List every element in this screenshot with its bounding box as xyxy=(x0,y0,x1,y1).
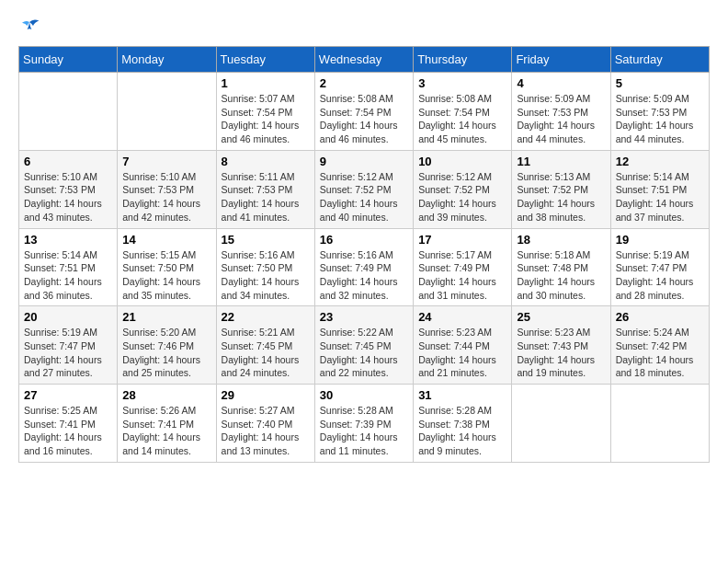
day-number: 28 xyxy=(122,388,210,402)
day-number: 23 xyxy=(320,310,408,324)
calendar-cell: 17Sunrise: 5:17 AMSunset: 7:49 PMDayligh… xyxy=(414,228,512,306)
day-info-text: Daylight: 14 hours and 46 minutes. xyxy=(222,119,310,145)
day-header-monday: Monday xyxy=(118,47,216,73)
calendar-cell: 1Sunrise: 5:07 AMSunset: 7:54 PMDaylight… xyxy=(216,73,314,151)
day-info-text: Sunrise: 5:22 AM xyxy=(320,326,408,339)
day-info-text: Sunrise: 5:10 AM xyxy=(24,170,112,184)
day-info-text: Daylight: 14 hours and 39 minutes. xyxy=(418,197,506,224)
calendar-cell: 16Sunrise: 5:16 AMSunset: 7:49 PMDayligh… xyxy=(314,228,413,306)
day-info-text: Daylight: 14 hours and 37 minutes. xyxy=(616,197,704,224)
day-info-text: Sunrise: 5:08 AM xyxy=(418,92,506,106)
calendar-cell: 26Sunrise: 5:24 AMSunset: 7:42 PMDayligh… xyxy=(610,306,709,385)
day-info-text: Sunset: 7:46 PM xyxy=(122,339,210,353)
calendar-week-1: 1Sunrise: 5:07 AMSunset: 7:54 PMDaylight… xyxy=(19,73,710,151)
calendar-cell: 29Sunrise: 5:27 AMSunset: 7:40 PMDayligh… xyxy=(216,385,314,463)
calendar-cell: 2Sunrise: 5:08 AMSunset: 7:54 PMDaylight… xyxy=(314,73,413,151)
day-info-text: Daylight: 14 hours and 40 minutes. xyxy=(320,197,408,224)
day-info-text: Sunset: 7:49 PM xyxy=(320,261,408,275)
day-number: 2 xyxy=(320,76,408,90)
day-number: 20 xyxy=(24,310,112,324)
day-number: 29 xyxy=(222,388,310,402)
day-info-text: Daylight: 14 hours and 38 minutes. xyxy=(517,197,605,224)
day-info-text: Daylight: 14 hours and 9 minutes. xyxy=(418,431,506,457)
day-info-text: Sunset: 7:44 PM xyxy=(418,339,506,353)
calendar-table: SundayMondayTuesdayWednesdayThursdayFrid… xyxy=(18,46,710,463)
day-info-text: Sunrise: 5:19 AM xyxy=(24,326,112,339)
calendar-cell: 24Sunrise: 5:23 AMSunset: 7:44 PMDayligh… xyxy=(414,306,512,385)
day-info-text: Sunrise: 5:11 AM xyxy=(222,170,310,184)
day-info-text: Sunset: 7:54 PM xyxy=(222,106,310,120)
day-number: 27 xyxy=(24,388,112,402)
day-number: 12 xyxy=(616,155,704,168)
day-info-text: Sunset: 7:47 PM xyxy=(24,339,112,353)
calendar-cell: 21Sunrise: 5:20 AMSunset: 7:46 PMDayligh… xyxy=(118,306,216,385)
day-info-text: Sunset: 7:50 PM xyxy=(222,261,310,275)
calendar-week-5: 27Sunrise: 5:25 AMSunset: 7:41 PMDayligh… xyxy=(19,385,710,463)
calendar-cell: 12Sunrise: 5:14 AMSunset: 7:51 PMDayligh… xyxy=(610,150,709,228)
day-info-text: Sunrise: 5:24 AM xyxy=(616,326,704,339)
day-info-text: Sunrise: 5:26 AM xyxy=(122,404,210,418)
day-info-text: Daylight: 14 hours and 28 minutes. xyxy=(616,275,704,302)
day-info-text: Daylight: 14 hours and 45 minutes. xyxy=(418,119,506,145)
calendar-cell xyxy=(610,385,709,463)
day-info-text: Sunrise: 5:18 AM xyxy=(517,248,605,262)
day-number: 30 xyxy=(320,388,408,402)
day-info-text: Daylight: 14 hours and 42 minutes. xyxy=(122,197,210,224)
day-info-text: Daylight: 14 hours and 11 minutes. xyxy=(320,431,408,457)
day-info-text: Daylight: 14 hours and 43 minutes. xyxy=(24,197,112,224)
day-number: 26 xyxy=(616,310,704,324)
day-info-text: Sunset: 7:39 PM xyxy=(320,418,408,431)
day-number: 1 xyxy=(222,76,310,90)
day-header-wednesday: Wednesday xyxy=(314,47,413,73)
calendar-cell: 28Sunrise: 5:26 AMSunset: 7:41 PMDayligh… xyxy=(118,385,216,463)
day-header-saturday: Saturday xyxy=(610,47,709,73)
day-info-text: Sunset: 7:48 PM xyxy=(517,261,605,275)
calendar-cell: 11Sunrise: 5:13 AMSunset: 7:52 PMDayligh… xyxy=(512,150,610,228)
day-info-text: Sunset: 7:52 PM xyxy=(320,183,408,197)
day-number: 7 xyxy=(122,155,210,168)
day-info-text: Sunrise: 5:08 AM xyxy=(320,92,408,106)
day-info-text: Sunset: 7:41 PM xyxy=(24,418,112,431)
day-info-text: Sunrise: 5:13 AM xyxy=(517,170,605,184)
calendar-cell: 3Sunrise: 5:08 AMSunset: 7:54 PMDaylight… xyxy=(414,73,512,151)
day-number: 25 xyxy=(517,310,605,324)
day-info-text: Sunset: 7:53 PM xyxy=(24,183,112,197)
day-info-text: Sunrise: 5:23 AM xyxy=(418,326,506,339)
day-info-text: Daylight: 14 hours and 30 minutes. xyxy=(517,275,605,302)
day-info-text: Daylight: 14 hours and 44 minutes. xyxy=(517,119,605,145)
day-info-text: Sunrise: 5:12 AM xyxy=(418,170,506,184)
day-info-text: Sunrise: 5:20 AM xyxy=(122,326,210,339)
page-header xyxy=(18,18,710,37)
day-number: 13 xyxy=(24,233,112,247)
day-info-text: Sunset: 7:54 PM xyxy=(418,106,506,120)
day-info-text: Sunset: 7:43 PM xyxy=(517,339,605,353)
day-info-text: Sunset: 7:45 PM xyxy=(320,339,408,353)
day-info-text: Sunrise: 5:21 AM xyxy=(222,326,310,339)
day-info-text: Daylight: 14 hours and 19 minutes. xyxy=(517,353,605,380)
day-info-text: Sunrise: 5:14 AM xyxy=(616,170,704,184)
day-number: 22 xyxy=(222,310,310,324)
day-info-text: Sunset: 7:52 PM xyxy=(517,183,605,197)
day-info-text: Sunrise: 5:10 AM xyxy=(122,170,210,184)
day-info-text: Daylight: 14 hours and 24 minutes. xyxy=(222,353,310,380)
calendar-cell: 13Sunrise: 5:14 AMSunset: 7:51 PMDayligh… xyxy=(19,228,118,306)
day-number: 3 xyxy=(418,76,506,90)
day-info-text: Sunrise: 5:09 AM xyxy=(616,92,704,106)
calendar-cell: 30Sunrise: 5:28 AMSunset: 7:39 PMDayligh… xyxy=(314,385,413,463)
day-info-text: Sunrise: 5:23 AM xyxy=(517,326,605,339)
calendar-cell: 10Sunrise: 5:12 AMSunset: 7:52 PMDayligh… xyxy=(414,150,512,228)
day-info-text: Daylight: 14 hours and 31 minutes. xyxy=(418,275,506,302)
day-info-text: Daylight: 14 hours and 36 minutes. xyxy=(24,275,112,302)
day-info-text: Sunset: 7:53 PM xyxy=(122,183,210,197)
logo xyxy=(18,18,44,37)
calendar-cell xyxy=(19,73,118,151)
day-number: 21 xyxy=(122,310,210,324)
day-number: 4 xyxy=(517,76,605,90)
calendar-cell: 25Sunrise: 5:23 AMSunset: 7:43 PMDayligh… xyxy=(512,306,610,385)
calendar-cell: 8Sunrise: 5:11 AMSunset: 7:53 PMDaylight… xyxy=(216,150,314,228)
day-info-text: Sunrise: 5:28 AM xyxy=(418,404,506,418)
day-info-text: Sunset: 7:45 PM xyxy=(222,339,310,353)
calendar-cell: 20Sunrise: 5:19 AMSunset: 7:47 PMDayligh… xyxy=(19,306,118,385)
calendar-header-row: SundayMondayTuesdayWednesdayThursdayFrid… xyxy=(19,47,710,73)
calendar-cell: 22Sunrise: 5:21 AMSunset: 7:45 PMDayligh… xyxy=(216,306,314,385)
